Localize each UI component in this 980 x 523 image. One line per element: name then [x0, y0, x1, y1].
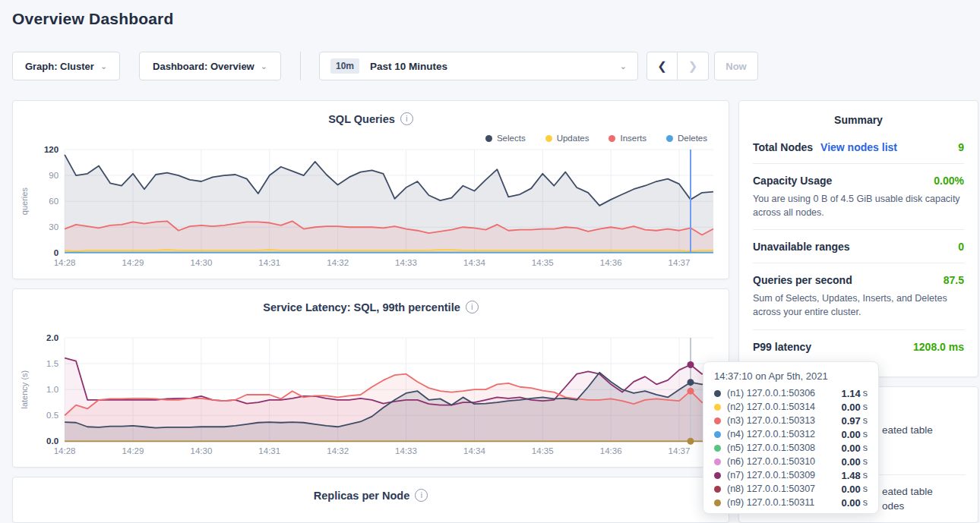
time-range-label: Past 10 Minutes [370, 61, 447, 72]
chevron-left-icon: ❮ [657, 59, 667, 73]
event-text-fragment: eated table [882, 424, 933, 436]
svg-text:14:29: 14:29 [122, 258, 144, 267]
summary-row: Capacity Usage0.00%You are using 0 B of … [753, 164, 964, 230]
graph-dropdown-label: Graph: Cluster [25, 61, 94, 72]
tooltip-node-name: (n4) 127.0.0.1:50312 [727, 429, 841, 440]
summary-label: P99 latency [753, 341, 811, 353]
toolbar-divider [300, 52, 301, 80]
time-range-dropdown[interactable]: 10m Past 10 Minutes ⌄ [319, 52, 638, 80]
chart-title: SQL Queries [328, 113, 395, 125]
tooltip-node-unit: s [863, 443, 868, 453]
svg-text:14:33: 14:33 [395, 446, 417, 455]
time-prev-button[interactable]: ❮ [646, 52, 678, 80]
now-button-label: Now [726, 61, 746, 72]
info-icon[interactable]: i [400, 112, 413, 125]
tooltip-date: on Apr 5th, 2021 [753, 370, 828, 382]
chevron-right-icon: ❯ [688, 59, 698, 73]
tooltip-node-name: (n2) 127.0.0.1:50314 [727, 402, 841, 412]
legend-item-updates: Updates [545, 133, 590, 143]
svg-text:14:30: 14:30 [190, 446, 212, 455]
tooltip-node-row: (n6) 127.0.0.1:503100.00s [714, 455, 868, 468]
series-color-dot [714, 390, 721, 397]
tooltip-node-name: (n1) 127.0.0.1:50306 [727, 388, 841, 399]
summary-row: Unavailable ranges0 [753, 230, 964, 263]
tooltip-node-row: (n1) 127.0.0.1:503061.14s [714, 386, 868, 400]
svg-text:14:31: 14:31 [258, 446, 280, 455]
legend-dot [485, 135, 492, 142]
svg-text:0.0: 0.0 [46, 436, 58, 446]
summary-description: Sum of Selects, Updates, Inserts, and De… [753, 291, 964, 319]
chevron-down-icon: ⌄ [620, 61, 627, 71]
svg-text:30: 30 [49, 222, 58, 232]
tooltip-node-name: (n8) 127.0.0.1:50307 [727, 484, 841, 494]
now-button[interactable]: Now [714, 52, 758, 80]
svg-text:latency (s): latency (s) [20, 370, 29, 409]
summary-label: Capacity Usage [753, 175, 832, 187]
view-nodes-list-link[interactable]: View nodes list [820, 141, 897, 153]
chevron-down-icon: ⌄ [261, 61, 267, 71]
svg-text:2.0: 2.0 [46, 333, 58, 342]
legend-item-selects: Selects [485, 133, 526, 143]
summary-value: 1208.0 ms [913, 341, 964, 353]
tooltip-node-value: 0.00 [841, 456, 860, 468]
svg-text:14:35: 14:35 [532, 446, 554, 455]
summary-label: Queries per second [753, 274, 852, 286]
page-title: Overview Dashboard [12, 10, 174, 28]
svg-text:14:32: 14:32 [327, 258, 349, 267]
svg-text:14:28: 14:28 [54, 258, 76, 267]
tooltip-node-name: (n5) 127.0.0.1:50308 [727, 443, 841, 453]
series-color-dot [714, 472, 721, 479]
svg-text:0.5: 0.5 [46, 411, 58, 420]
service-latency-chart[interactable]: 14:2814:2914:3014:3114:3214:3314:3414:35… [13, 332, 729, 462]
time-nav-group: ❮ ❯ [646, 52, 709, 80]
series-color-dot [714, 417, 721, 424]
event-text-fragment: odes [882, 500, 904, 512]
graph-dropdown[interactable]: Graph: Cluster ⌄ [12, 52, 120, 80]
summary-value: 0.00% [934, 175, 964, 187]
legend-item-deletes: Deletes [666, 133, 707, 143]
summary-panel: Summary Total NodesView nodes list9Capac… [738, 100, 978, 377]
legend-dot [609, 135, 615, 142]
tooltip-node-unit: s [863, 484, 868, 494]
tooltip-node-name: (n6) 127.0.0.1:50310 [727, 456, 841, 467]
tooltip-node-value: 0.00 [841, 429, 860, 440]
summary-row: Queries per second87.5Sum of Selects, Up… [753, 263, 964, 329]
series-color-dot [714, 431, 721, 438]
time-next-button[interactable]: ❯ [678, 52, 709, 80]
tooltip-node-value: 0.97 [841, 415, 860, 427]
tooltip-node-row: (n8) 127.0.0.1:503070.00s [714, 482, 868, 496]
tooltip-node-name: (n9) 127.0.0.1:50311 [727, 497, 841, 508]
summary-description: You are using 0 B of 4.5 GiB usable disk… [753, 192, 964, 219]
series-color-dot [714, 458, 721, 465]
svg-text:14:30: 14:30 [190, 258, 212, 267]
svg-text:0: 0 [54, 248, 58, 257]
svg-text:14:37: 14:37 [669, 258, 691, 267]
info-icon[interactable]: i [466, 301, 479, 313]
svg-text:90: 90 [49, 171, 58, 180]
chart-title: Replicas per Node [314, 490, 410, 502]
dashboard-dropdown[interactable]: Dashboard: Overview ⌄ [139, 52, 281, 80]
svg-text:14:37: 14:37 [669, 446, 691, 455]
tooltip-node-row: (n5) 127.0.0.1:503080.00s [714, 441, 868, 455]
tooltip-node-unit: s [863, 456, 868, 467]
svg-text:14:34: 14:34 [463, 258, 485, 267]
tooltip-node-name: (n3) 127.0.0.1:50313 [727, 415, 841, 426]
tooltip-node-unit: s [863, 497, 868, 508]
tooltip-node-row: (n7) 127.0.0.1:503091.48s [714, 468, 868, 482]
legend-label: Deletes [678, 134, 707, 143]
legend-label: Selects [497, 134, 526, 143]
sql-queries-chart[interactable]: 14:2814:2914:3014:3114:3214:3314:3414:35… [13, 143, 729, 274]
svg-text:14:31: 14:31 [258, 258, 280, 267]
legend-dot [666, 135, 673, 142]
chevron-down-icon: ⌄ [100, 61, 107, 71]
time-range-badge: 10m [330, 58, 359, 74]
tooltip-timestamp: 14:37:10 on Apr 5th, 2021 [714, 370, 868, 382]
svg-text:14:36: 14:36 [600, 446, 622, 455]
summary-row: Total NodesView nodes list9 [753, 131, 964, 164]
svg-text:14:34: 14:34 [463, 446, 485, 455]
replicas-per-node-panel: Replicas per Node i [12, 477, 729, 523]
info-icon[interactable]: i [415, 489, 428, 502]
svg-text:1.5: 1.5 [46, 359, 58, 368]
sql-queries-panel: SQL Queries i SelectsUpdatesInsertsDelet… [12, 100, 729, 279]
svg-text:14:32: 14:32 [327, 446, 349, 455]
